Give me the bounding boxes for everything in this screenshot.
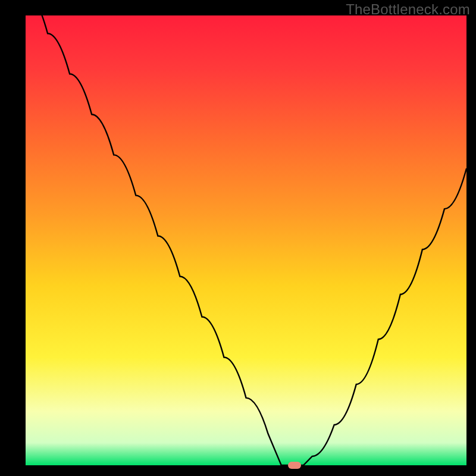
bottleneck-chart <box>0 0 476 476</box>
watermark-text: TheBottleneck.com <box>346 1 470 18</box>
chart-container: TheBottleneck.com <box>0 0 476 476</box>
optimal-marker <box>288 462 301 469</box>
